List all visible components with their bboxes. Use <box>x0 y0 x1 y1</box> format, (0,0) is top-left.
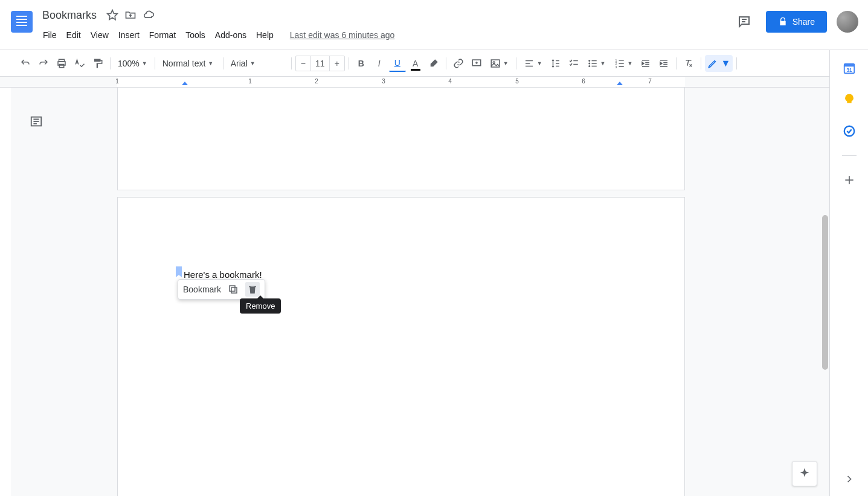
decrease-indent-button[interactable] <box>637 55 654 72</box>
menu-format[interactable]: Format <box>145 28 180 42</box>
separator <box>110 57 111 69</box>
explore-button[interactable] <box>792 461 817 486</box>
svg-rect-20 <box>591 60 596 61</box>
horizontal-ruler[interactable]: 1 1 2 3 4 5 6 7 <box>0 77 829 88</box>
tasks-addon-icon[interactable] <box>842 124 857 138</box>
separator <box>223 57 223 69</box>
menu-insert[interactable]: Insert <box>114 28 144 42</box>
remove-bookmark-button[interactable] <box>245 282 260 297</box>
font-size-input[interactable] <box>310 56 330 71</box>
remove-tooltip: Remove <box>240 298 281 314</box>
menu-view[interactable]: View <box>86 28 113 42</box>
menu-addons[interactable]: Add-ons <box>211 28 251 42</box>
header-right: Share <box>732 5 863 34</box>
last-edit-link[interactable]: Last edit was 6 minutes ago <box>290 30 395 40</box>
svg-rect-44 <box>844 64 854 67</box>
separator <box>155 57 155 69</box>
comment-history-button[interactable] <box>732 10 756 34</box>
svg-text:31: 31 <box>846 68 852 73</box>
paint-format-button[interactable] <box>89 55 106 72</box>
font-dropdown[interactable]: Arial▼ <box>227 55 288 72</box>
spellcheck-button[interactable] <box>71 55 88 72</box>
side-panel: 31 <box>829 50 868 496</box>
document-title[interactable]: Bookmarks <box>39 9 100 22</box>
style-dropdown[interactable]: Normal text▼ <box>159 55 219 72</box>
insert-image-button[interactable]: ▼ <box>486 55 512 72</box>
align-button[interactable]: ▼ <box>520 55 546 72</box>
separator <box>291 57 292 69</box>
svg-rect-27 <box>619 63 623 64</box>
clear-formatting-button[interactable] <box>680 55 697 72</box>
menu-edit[interactable]: Edit <box>62 28 85 42</box>
bookmark-icon[interactable] <box>176 266 182 277</box>
separator <box>516 57 516 69</box>
copy-icon <box>228 284 239 295</box>
editing-mode-button[interactable]: ▼ <box>705 55 733 72</box>
share-button[interactable]: Share <box>766 11 827 33</box>
get-addons-button[interactable] <box>842 173 857 187</box>
separator <box>349 57 349 69</box>
redo-button[interactable] <box>35 55 52 72</box>
underline-button[interactable]: U <box>389 55 406 72</box>
increase-indent-button[interactable] <box>655 55 672 72</box>
ruler-mark: 7 <box>648 78 652 85</box>
document-page-2[interactable] <box>117 197 685 496</box>
increase-font-button[interactable]: + <box>330 55 344 72</box>
svg-rect-46 <box>847 103 851 105</box>
menu-bar: File Edit View Insert Format Tools Add-o… <box>39 24 732 43</box>
bookmark-popup: Bookmark <box>178 279 265 300</box>
toolbar: 100%▼ Normal text▼ Arial▼ − + B I U A ▼ … <box>0 50 868 77</box>
text-color-button[interactable]: A <box>407 55 424 72</box>
separator <box>701 57 701 69</box>
ruler-mark: 5 <box>515 78 519 85</box>
separator <box>446 57 446 69</box>
right-indent-marker[interactable] <box>617 82 623 85</box>
svg-rect-26 <box>619 60 623 61</box>
zoom-dropdown[interactable]: 100%▼ <box>114 55 151 72</box>
cloud-status-icon[interactable] <box>143 9 155 21</box>
document-body-text[interactable]: Here's a bookmark! <box>184 269 262 280</box>
svg-rect-7 <box>491 60 500 67</box>
italic-button[interactable]: I <box>371 55 388 72</box>
numbered-list-button[interactable]: 123▼ <box>611 55 637 72</box>
document-workspace[interactable]: 9 10 <box>11 88 829 496</box>
insert-link-button[interactable] <box>450 55 467 72</box>
account-avatar[interactable] <box>837 11 858 33</box>
add-comment-button[interactable] <box>468 55 485 72</box>
ruler-mark: 2 <box>315 78 318 85</box>
svg-point-18 <box>588 62 590 64</box>
keep-addon-icon[interactable] <box>842 92 857 107</box>
svg-text:3: 3 <box>615 65 617 68</box>
docs-logo-icon[interactable] <box>11 11 33 33</box>
menu-tools[interactable]: Tools <box>181 28 210 42</box>
svg-rect-41 <box>231 288 237 293</box>
title-area: Bookmarks File Edit View Insert Format T… <box>39 5 732 43</box>
undo-button[interactable] <box>17 55 34 72</box>
left-indent-marker[interactable] <box>182 82 188 85</box>
app-header: Bookmarks File Edit View Insert Format T… <box>0 0 868 50</box>
svg-point-19 <box>588 65 590 67</box>
line-spacing-button[interactable] <box>547 55 564 72</box>
hide-side-panel-button[interactable] <box>842 472 857 486</box>
copy-link-button[interactable] <box>226 282 240 297</box>
menu-file[interactable]: File <box>39 28 61 42</box>
share-label: Share <box>792 17 815 27</box>
menu-help[interactable]: Help <box>252 28 278 42</box>
move-icon[interactable] <box>124 9 137 21</box>
document-page-1[interactable] <box>117 88 685 190</box>
decrease-font-button[interactable]: − <box>296 55 310 72</box>
title-row: Bookmarks <box>39 5 732 24</box>
scrollbar-thumb[interactable] <box>822 215 828 370</box>
pencil-icon <box>707 58 718 69</box>
svg-point-17 <box>588 60 590 62</box>
bulleted-list-button[interactable]: ▼ <box>583 55 609 72</box>
calendar-addon-icon[interactable]: 31 <box>842 61 857 76</box>
svg-marker-0 <box>108 10 118 20</box>
bold-button[interactable]: B <box>353 55 370 72</box>
highlight-color-button[interactable] <box>425 55 442 72</box>
outline-toggle-button[interactable] <box>28 113 45 130</box>
ruler-mark: 1 <box>115 78 119 85</box>
checklist-button[interactable] <box>565 55 582 72</box>
print-button[interactable] <box>53 55 70 72</box>
star-icon[interactable] <box>106 9 118 21</box>
